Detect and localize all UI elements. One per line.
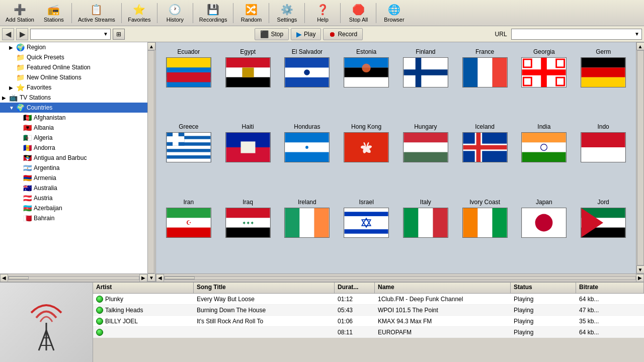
sidebar-item-azerbaijan[interactable]: 🇦🇿 Azerbaijan [0, 203, 147, 213]
flag-haiti[interactable]: Haiti [219, 121, 277, 194]
row-artist: Talking Heads [93, 306, 194, 315]
sidebar-item-quick-presets[interactable]: 📁 Quick Presets [0, 52, 147, 62]
sidebar-item-algeria[interactable]: 🇩🇿 Algeria [0, 133, 147, 143]
url-input[interactable]: ▼ [511, 29, 642, 40]
content-scroll-right[interactable]: ▶ [636, 274, 644, 282]
sidebar-item-andorra[interactable]: 🇦🇩 Andorra [0, 143, 147, 153]
ecuador-flag-image [166, 57, 211, 87]
flag-japan[interactable]: Japan [516, 197, 573, 269]
sidebar-item-new-online[interactable]: 📁 New Online Stations [0, 72, 147, 82]
flag-jordan-partial[interactable]: Jord [575, 197, 632, 269]
sidebar-item-tv-stations[interactable]: ▶ 📺 TV Stations [0, 93, 147, 103]
location-input[interactable]: ▼ [30, 29, 111, 40]
stop-button[interactable]: ⬛ Stop [255, 28, 289, 40]
col-status[interactable]: Status [511, 283, 576, 293]
flag-israel[interactable]: Israel [338, 197, 395, 269]
help-button[interactable]: ❓ Help [307, 2, 338, 25]
playlist-row[interactable]: Plunky Every Way But Loose 01:12 1Club.F… [93, 294, 644, 305]
sidebar-scroll-right[interactable]: ▶ [139, 274, 147, 282]
browser-button[interactable]: 🌐 Browser [379, 2, 409, 25]
settings-button[interactable]: ⚙️ Settings [272, 2, 302, 25]
sidebar-item-region[interactable]: ▶ 🌍 Region [0, 42, 147, 52]
sidebar-item-countries[interactable]: ▼ 🌍 Countries [0, 103, 147, 113]
random-button[interactable]: 🔀 Random [236, 2, 266, 25]
col-duration[interactable]: Durat... [335, 283, 375, 293]
record-icon: ⏺ [329, 30, 336, 38]
flag-france[interactable]: France [456, 46, 514, 119]
flag-greece[interactable]: Greece [160, 121, 217, 194]
flag-italy[interactable]: Italy [397, 197, 454, 269]
sidebar-item-austria[interactable]: 🇦🇹 Austria [0, 193, 147, 203]
sidebar-scroll-track[interactable] [8, 276, 139, 280]
argentina-label: Argentina [34, 164, 59, 171]
flag-estonia[interactable]: Estonia [338, 46, 395, 119]
stop-all-button[interactable]: 🛑 Stop All [343, 2, 373, 25]
toolbar-sep-6 [269, 3, 269, 23]
history-button[interactable]: 🕐 History [160, 2, 190, 25]
play-button[interactable]: ▶ Play [291, 28, 321, 40]
favorites-button[interactable]: ⭐ Favorites [124, 2, 154, 25]
sidebar-item-afghanistan[interactable]: 🇦🇫 Afghanistan [0, 113, 147, 123]
arrow-icon: ▼ [9, 105, 16, 111]
flag-ecuador[interactable]: Ecuador [160, 46, 217, 119]
flag-iran[interactable]: Iran ☪ [160, 197, 217, 269]
sidebar-scroll-left[interactable]: ◀ [0, 274, 8, 282]
sidebar-vscroll-track[interactable] [147, 50, 154, 274]
content-scroll-down[interactable]: ▼ [636, 265, 645, 274]
content-area: Ecuador Egypt El Salvador [156, 42, 644, 282]
content-scroll-up[interactable]: ▲ [636, 42, 645, 50]
svg-rect-57 [463, 145, 507, 150]
flag-hungary[interactable]: Hungary [397, 121, 454, 194]
playlist-row[interactable]: Talking Heads Burning Down The House 05:… [93, 305, 644, 316]
url-dropdown-icon[interactable]: ▼ [634, 31, 639, 37]
sidebar-item-antigua[interactable]: 🇦🇬 Antigua and Barbuc [0, 153, 147, 163]
flag-finland[interactable]: Finland [397, 46, 454, 119]
flag-ivory-coast[interactable]: Ivory Coast [456, 197, 514, 269]
active-streams-button[interactable]: 📋 Active Streams [74, 2, 119, 25]
sidebar-item-featured[interactable]: 📁 Featured Online Station [0, 62, 147, 72]
content-hscroll-track[interactable] [164, 276, 636, 280]
stations-button[interactable]: 📻 Stations [39, 2, 69, 25]
flag-ireland[interactable]: Ireland [279, 197, 336, 269]
sidebar-item-albania[interactable]: 🇦🇱 Albania [0, 123, 147, 133]
flag-egypt[interactable]: Egypt [219, 46, 277, 119]
flag-austria: 🇦🇹 [23, 194, 32, 202]
flag-iraq[interactable]: Iraq ✦✦✦ [219, 197, 277, 269]
recordings-button[interactable]: 💾 Recordings [196, 2, 231, 25]
sidebar-item-bahrain[interactable]: 🇧🇭 Bahrain [0, 213, 147, 223]
record-button[interactable]: ⏺ Record [323, 28, 363, 40]
content-vscroll-track[interactable] [637, 50, 644, 265]
row-name: WPOI 101.5 The Point [375, 306, 511, 315]
grid-view-button[interactable]: ⊞ [113, 29, 125, 40]
flag-india[interactable]: India [516, 121, 573, 194]
flag-iceland[interactable]: Iceland [456, 121, 514, 194]
flag-georgia[interactable]: Georgia [516, 46, 573, 119]
sidebar-item-argentina[interactable]: 🇦🇷 Argentina [0, 163, 147, 173]
sidebar-item-armenia[interactable]: 🇦🇲 Armenia [0, 173, 147, 183]
sidebar-item-favorites[interactable]: ▶ ⭐ Favorites [0, 82, 147, 93]
content-hscroll-thumb[interactable] [165, 277, 195, 280]
sidebar-scroll-thumb[interactable] [9, 277, 29, 280]
svg-rect-43 [240, 142, 255, 153]
flag-hong-kong[interactable]: Hong Kong [338, 121, 395, 194]
flag-germany-partial[interactable]: Germ [575, 46, 632, 119]
sidebar-item-australia[interactable]: 🇦🇺 Australia [0, 183, 147, 193]
arrow-icon: ▶ [9, 45, 16, 50]
sidebar-scroll-down[interactable]: ▼ [147, 274, 155, 282]
flag-bahrain: 🇧🇭 [23, 214, 32, 222]
content-scroll-left[interactable]: ◀ [156, 274, 164, 282]
back-button[interactable]: ◀ [2, 28, 14, 40]
flag-el-salvador[interactable]: El Salvador [279, 46, 336, 119]
forward-button[interactable]: ▶ [16, 28, 28, 40]
flag-indonesia-partial[interactable]: Indo [575, 121, 632, 194]
add-station-button[interactable]: ➕ Add Station [2, 2, 38, 25]
col-bitrate[interactable]: Bitrate [576, 283, 644, 293]
col-name[interactable]: Name [375, 283, 511, 293]
location-dropdown-icon[interactable]: ▼ [103, 31, 108, 37]
col-song[interactable]: Song Title [194, 283, 335, 293]
col-artist[interactable]: Artist [93, 283, 194, 293]
flag-honduras[interactable]: Honduras [279, 121, 336, 194]
playlist-row[interactable]: 08:11 EUROPAFM Playing 64 kb... [93, 327, 644, 338]
playlist-row[interactable]: BILLY JOEL It's Still Rock And Roll To 0… [93, 316, 644, 327]
sidebar-scroll-up[interactable]: ▲ [147, 42, 155, 50]
